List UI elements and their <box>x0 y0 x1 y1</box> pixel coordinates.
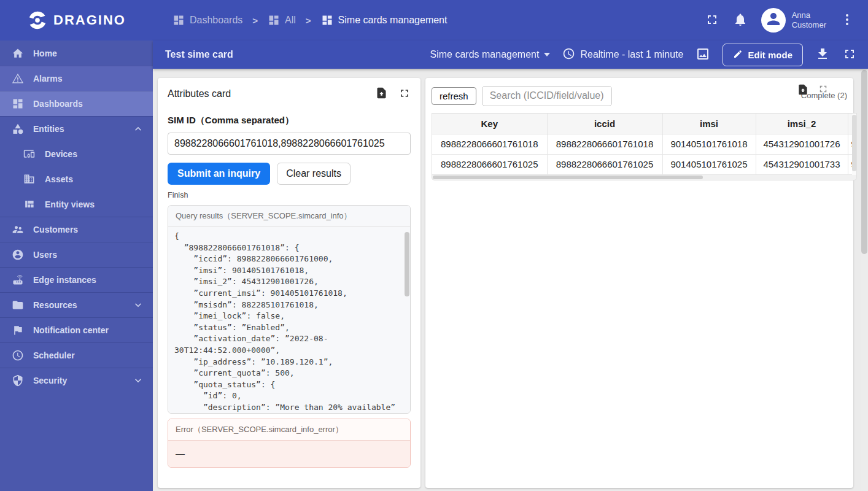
sidebar-item-devices[interactable]: Devices <box>0 141 153 166</box>
page-scrollbar-track[interactable] <box>861 69 868 491</box>
column-header-iccid: iccid <box>547 114 662 134</box>
scrollbar-track[interactable] <box>852 114 856 175</box>
export-widget-button[interactable] <box>797 83 809 98</box>
sidebar-item-label: Home <box>33 48 57 58</box>
inquiry-status-text: Finish <box>168 191 411 199</box>
sidebar-item-edge-instances[interactable]: Edge instances <box>0 267 153 292</box>
search-input[interactable] <box>482 86 612 106</box>
refresh-button[interactable]: refresh <box>432 87 476 105</box>
export-widget-button[interactable] <box>375 87 388 101</box>
file-export-icon <box>797 83 809 98</box>
user-name: Anna <box>792 10 826 20</box>
query-results-panel: Query results（SERVER_SCOPE.simcard_info）… <box>168 205 411 414</box>
sidebar-item-assets[interactable]: Assets <box>0 166 153 191</box>
person-icon <box>764 10 783 31</box>
scrollbar-track[interactable] <box>405 228 409 412</box>
dragino-logo[interactable]: DRAGINO <box>0 10 153 31</box>
horizontal-scrollbar-track[interactable] <box>432 175 857 180</box>
more-menu-button[interactable] <box>840 12 854 29</box>
user-menu[interactable]: Anna Customer <box>761 8 826 33</box>
expand-widget-button[interactable] <box>398 87 411 101</box>
table-header-row: Key iccid imsi imsi_2 <box>432 114 857 134</box>
dashboard-icon <box>268 14 280 26</box>
pencil-icon <box>733 49 743 61</box>
sidebar-item-dashboards[interactable]: Dashboards <box>0 91 153 116</box>
fullscreen-button[interactable] <box>842 47 857 63</box>
dashboard-title: Test sime card <box>165 49 233 60</box>
attributes-card-widget: Attributes card SIM ID（Comma separated） <box>158 78 420 488</box>
app-shell: Home Alarms Dashboards Entities Devices <box>0 41 868 491</box>
download-button[interactable] <box>815 47 830 63</box>
sidebar-item-label: Notification center <box>33 325 109 335</box>
edit-mode-button[interactable]: Edit mode <box>723 44 803 66</box>
clear-results-button[interactable]: Clear results <box>277 163 351 185</box>
main-area: Test sime card Sime cards management Rea… <box>153 41 868 491</box>
fullscreen-button[interactable] <box>705 12 719 29</box>
download-icon <box>815 47 830 63</box>
fullscreen-icon <box>818 83 829 98</box>
sim-id-input[interactable] <box>168 133 411 155</box>
sidebar-item-users[interactable]: Users <box>0 242 153 267</box>
chevron-down-icon <box>132 374 144 387</box>
sim-table-container: Key iccid imsi imsi_2 89882 <box>432 113 857 180</box>
category-shapes-icon <box>12 123 24 135</box>
breadcrumb-label: Dashboards <box>190 15 242 26</box>
timewindow-label: Realtime - last 1 minute <box>580 49 683 60</box>
cell-key: 8988228066601761025 <box>432 154 547 174</box>
sidebar-item-entities[interactable]: Entities <box>0 116 153 141</box>
sidebar-item-label: Dashboards <box>33 99 83 109</box>
dashboard-state-select[interactable]: Sime cards management <box>430 49 551 60</box>
cell-imsi: 901405101761025 <box>662 154 756 174</box>
fullscreen-icon <box>705 12 719 29</box>
sidebar-item-entity-views[interactable]: Entity views <box>0 191 153 217</box>
sidebar-item-home[interactable]: Home <box>0 41 153 66</box>
caret-down-icon <box>544 53 550 56</box>
dashboard-icon <box>321 14 333 26</box>
dragino-logo-text: DRAGINO <box>53 12 126 28</box>
horizontal-scrollbar-thumb[interactable] <box>433 176 703 179</box>
page-scrollbar-thumb[interactable] <box>861 70 867 254</box>
sidebar-item-scheduler[interactable]: Scheduler <box>0 342 153 368</box>
error-panel-header: Error（SERVER_SCOPE.simcard_info_error） <box>168 419 410 441</box>
query-results-body[interactable]: { ”8988228066601761018”: { ”iccid”: 8988… <box>168 227 410 413</box>
sidebar-item-label: Alarms <box>33 74 62 83</box>
breadcrumb-separator: > <box>251 15 259 26</box>
cell-imsi: 901405101761018 <box>662 134 756 154</box>
sidebar-item-label: Devices <box>45 149 77 159</box>
dashboard-icon <box>12 98 24 110</box>
sim-id-label: SIM ID（Comma separated） <box>168 115 411 126</box>
sidebar-item-security[interactable]: Security <box>0 368 153 393</box>
scrollbar-thumb[interactable] <box>852 115 856 171</box>
breadcrumb-label: Sime cards management <box>338 15 448 26</box>
sidebar-item-alarms[interactable]: Alarms <box>0 66 153 91</box>
sidebar-item-customers[interactable]: Customers <box>0 217 153 242</box>
table-row: 8988228066601761018 8988228066601761018 … <box>432 134 857 154</box>
bell-icon <box>733 12 748 29</box>
image-gallery-button[interactable] <box>696 47 710 63</box>
table-row: 8988228066601761025 8988228066601761025 … <box>432 154 857 174</box>
avatar <box>761 8 786 33</box>
timewindow-button[interactable]: Realtime - last 1 minute <box>562 47 683 63</box>
submit-inquiry-button[interactable]: Submit an inquiry <box>168 163 270 185</box>
sidebar-item-notification-center[interactable]: Notification center <box>0 317 153 342</box>
sidebar-item-resources[interactable]: Resources <box>0 292 153 317</box>
cell-iccid: 8988228066601761018 <box>547 134 662 154</box>
sidebar-item-label: Customers <box>33 225 78 234</box>
sidebar-item-label: Entity views <box>45 199 95 209</box>
sim-table-widget: refresh Complete (2) <box>425 78 853 488</box>
topbar-actions: Anna Customer <box>705 8 868 33</box>
breadcrumb-separator: > <box>304 15 312 26</box>
sidebar: Home Alarms Dashboards Entities Devices <box>0 41 153 491</box>
dashboard-toolbar: Test sime card Sime cards management Rea… <box>153 41 868 69</box>
notifications-button[interactable] <box>733 12 748 29</box>
sim-table-viewport[interactable]: Key iccid imsi imsi_2 89882 <box>432 113 857 175</box>
breadcrumb-item-dashboards[interactable]: Dashboards <box>172 14 242 26</box>
sidebar-item-label: Scheduler <box>33 350 75 360</box>
breadcrumb-item-all[interactable]: All <box>268 14 296 26</box>
dashboard-state-label: Sime cards management <box>430 49 540 60</box>
dragino-logo-icon <box>27 10 48 31</box>
breadcrumb-item-current[interactable]: Sime cards management <box>321 14 448 26</box>
scrollbar-thumb[interactable] <box>405 232 409 296</box>
expand-widget-button[interactable] <box>818 83 829 98</box>
home-icon <box>12 47 24 60</box>
